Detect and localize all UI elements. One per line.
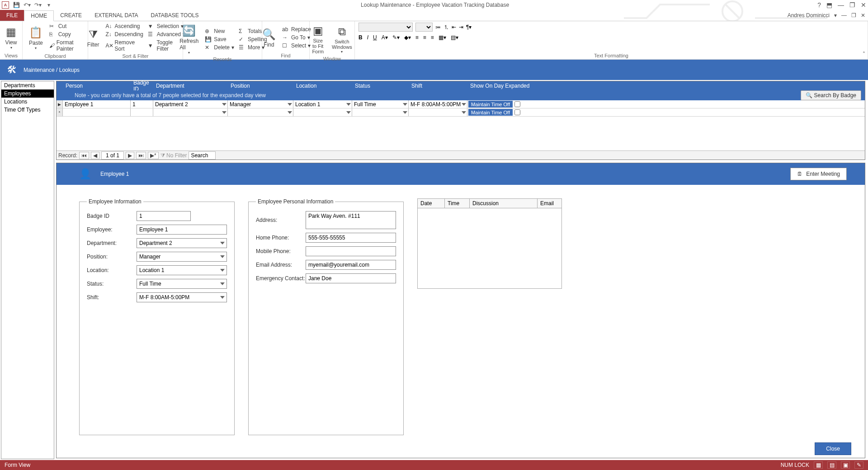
align-center-icon[interactable]: ≡: [423, 34, 426, 41]
emergency-contact-input[interactable]: [306, 273, 396, 283]
font-family-select[interactable]: [359, 23, 413, 32]
mdi-minimize-icon[interactable]: —: [841, 12, 847, 19]
remove-sort-button[interactable]: A✕Remove Sort: [104, 39, 144, 52]
fill-color-icon[interactable]: ◆▾: [404, 34, 411, 41]
ltr-icon[interactable]: ¶▾: [466, 24, 472, 30]
highlight-icon[interactable]: ✎▾: [392, 34, 400, 41]
indent-dec-icon[interactable]: ⇤: [452, 24, 456, 30]
tab-external-data[interactable]: EXTERNAL DATA: [88, 10, 144, 21]
maintain-timeoff-button-new[interactable]: Maintain Time Off: [468, 109, 513, 116]
qat-customize-icon[interactable]: ▾: [45, 1, 52, 9]
col-dept[interactable]: Department: [153, 82, 228, 90]
tab-home[interactable]: HOME: [24, 10, 54, 21]
bullets-icon[interactable]: ≔: [435, 24, 441, 30]
close-button[interactable]: Close: [815, 442, 851, 455]
new-dept-select[interactable]: [153, 108, 227, 116]
italic-button[interactable]: I: [367, 34, 368, 41]
row-status-select[interactable]: Full Time: [352, 100, 408, 108]
col-loc[interactable]: Location: [293, 82, 352, 90]
replace-button[interactable]: abReplace: [281, 26, 312, 33]
show-day-checkbox[interactable]: [514, 101, 520, 107]
nav-new-icon[interactable]: ▶*: [148, 152, 159, 159]
underline-button[interactable]: U: [373, 34, 377, 41]
close-icon[interactable]: ✕: [861, 1, 866, 9]
col-pos[interactable]: Position: [228, 82, 293, 90]
copy-button[interactable]: ⎘Copy: [48, 31, 84, 38]
record-position-input[interactable]: [101, 151, 124, 160]
new-status-select[interactable]: [352, 108, 408, 116]
col-show[interactable]: Show On Day Expanded: [467, 82, 865, 90]
grid-new-row[interactable]: * Maintain Time Off: [57, 108, 865, 117]
col-status[interactable]: Status: [352, 82, 409, 90]
row-badge-input[interactable]: [131, 100, 153, 108]
paste-button[interactable]: 📋Paste▾: [26, 24, 46, 51]
sidenav-timeofftypes[interactable]: Time Off Types: [1, 106, 54, 114]
minimize-icon[interactable]: —: [838, 1, 844, 9]
bold-button[interactable]: B: [359, 34, 363, 41]
new-loc-select[interactable]: [293, 108, 352, 116]
refresh-all-button[interactable]: 🔄Refresh All▾: [177, 23, 201, 56]
sidenav-employees[interactable]: Employees: [1, 89, 54, 98]
search-by-badge-button[interactable]: 🔍 Search By Badge: [801, 90, 861, 100]
mdi-close-icon[interactable]: ✕: [861, 12, 865, 19]
cut-button[interactable]: ✂Cut: [48, 23, 84, 30]
format-painter-button[interactable]: 🖌Format Painter: [48, 39, 84, 52]
mdi-restore-icon[interactable]: ❐: [851, 12, 856, 19]
tab-create[interactable]: CREATE: [54, 10, 88, 21]
no-filter-indicator[interactable]: ⧩ No Filter: [160, 152, 187, 159]
view-layout-icon[interactable]: ▣: [841, 461, 850, 469]
grid-search-input[interactable]: [189, 151, 216, 160]
redo-icon[interactable]: ↷▾: [34, 1, 42, 9]
row-person-input[interactable]: [63, 100, 130, 108]
sidenav-locations[interactable]: Locations: [1, 98, 54, 106]
new-shift-select[interactable]: [409, 108, 467, 116]
nav-next-icon[interactable]: ▶: [126, 152, 134, 159]
view-datasheet-icon[interactable]: ▤: [827, 461, 836, 469]
status-select[interactable]: Full Time: [137, 279, 227, 289]
email-address-input[interactable]: [306, 260, 396, 270]
restore-icon[interactable]: ❐: [849, 1, 855, 9]
tab-file[interactable]: FILE: [0, 10, 24, 21]
alt-row-icon[interactable]: ▤▾: [451, 34, 458, 41]
ascending-button[interactable]: A↓Ascending: [104, 23, 144, 30]
ribbon-min-icon[interactable]: ⬒: [826, 1, 832, 9]
meet-col-time[interactable]: Time: [445, 199, 470, 208]
delete-button[interactable]: ✕Delete▾: [204, 44, 235, 51]
undo-icon[interactable]: ↶▾: [24, 1, 31, 9]
new-badge-input[interactable]: [131, 108, 153, 116]
home-phone-input[interactable]: [306, 233, 396, 243]
view-design-icon[interactable]: ✎: [854, 461, 863, 469]
location-select[interactable]: Location 1: [137, 265, 227, 275]
new-person-input[interactable]: [63, 108, 130, 116]
row-dept-select[interactable]: Department 2: [153, 100, 227, 108]
descending-button[interactable]: Z↓Descending: [104, 31, 144, 38]
enter-meeting-button[interactable]: 🗓Enter Meeting: [790, 168, 847, 180]
size-to-fit-button[interactable]: ▣Size to Fit Form: [309, 23, 326, 55]
save-icon[interactable]: 💾: [13, 1, 20, 9]
font-color-icon[interactable]: A▾: [382, 34, 388, 41]
grid-row[interactable]: ▶ Department 2 Manager Location 1 Full T…: [57, 100, 865, 108]
mobile-phone-input[interactable]: [306, 246, 396, 256]
address-input[interactable]: Park Way Aven. #111: [306, 211, 396, 229]
goto-button[interactable]: →Go To▾: [281, 34, 312, 41]
numbering-icon[interactable]: ⒈: [443, 24, 449, 31]
row-shift-select[interactable]: M-F 8:00AM-5:00PM: [409, 100, 467, 108]
gridlines-icon[interactable]: ▦▾: [439, 34, 446, 41]
align-left-icon[interactable]: ≡: [415, 34, 419, 41]
switch-windows-button[interactable]: ⧉Switch Windows▾: [329, 24, 355, 55]
nav-prev-icon[interactable]: ◀: [91, 152, 99, 159]
align-right-icon[interactable]: ≡: [431, 34, 434, 41]
view-form-icon[interactable]: ▦: [814, 461, 823, 469]
meet-col-date[interactable]: Date: [418, 199, 445, 208]
col-shift[interactable]: Shift: [409, 82, 467, 90]
new-button[interactable]: ⊕New: [204, 28, 235, 35]
row-pos-select[interactable]: Manager: [228, 100, 293, 108]
show-day-checkbox-new[interactable]: [514, 109, 520, 115]
position-select[interactable]: Manager: [137, 252, 227, 262]
tab-database-tools[interactable]: DATABASE TOOLS: [145, 10, 205, 21]
view-button[interactable]: ▦View▾: [3, 24, 20, 51]
filter-button[interactable]: ⧩Filter: [85, 26, 102, 49]
user-name[interactable]: Andres Dominicci: [788, 12, 830, 19]
help-icon[interactable]: ?: [817, 1, 821, 9]
meet-col-disc[interactable]: Discussion: [470, 199, 538, 208]
